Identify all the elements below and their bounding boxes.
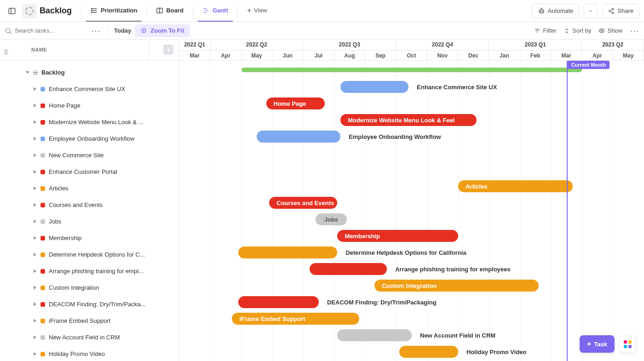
tree-item-row[interactable]: DEACOM Finding: Dry/Trim/Packa... — [0, 296, 179, 313]
task-label: Enhance Commerce Site UX — [49, 86, 125, 92]
search-input[interactable] — [15, 27, 79, 34]
filter-button[interactable]: Filter — [534, 27, 556, 34]
svg-point-18 — [612, 8, 614, 10]
caret-right-icon — [34, 170, 36, 174]
collapse-sidebar-button[interactable] — [5, 4, 19, 18]
month-cell: Aug — [334, 51, 365, 61]
tree-item-row[interactable]: Determine Helpdesk Options for C... — [0, 246, 179, 263]
apps-fab[interactable] — [619, 336, 636, 352]
svg-point-20 — [612, 12, 614, 14]
svg-line-21 — [611, 9, 613, 10]
tree-item-row[interactable]: Courses and Events — [0, 197, 179, 213]
tree-item-row[interactable]: Home Page — [0, 97, 179, 114]
caret-right-icon — [34, 253, 36, 257]
tree-item-row[interactable]: Custom Integration — [0, 280, 179, 296]
gantt-bar[interactable]: Modernize Website Menu Look & Feel — [340, 114, 477, 126]
task-label: iFrame Embed Support — [49, 317, 110, 324]
collapse-tree-button[interactable] — [3, 48, 11, 57]
tree-item-row[interactable]: Arrange phishing training for empl... — [0, 263, 179, 280]
task-label: Modernize Website Menu Look & ... — [49, 119, 144, 126]
gantt-bar-label: Enhance Commerce Site UX — [417, 81, 497, 93]
page-title: Backlog — [40, 6, 72, 16]
task-label: Arrange phishing training for empl... — [49, 268, 144, 275]
month-cell: Mar — [551, 51, 582, 61]
fab-area: + Task — [580, 335, 636, 353]
tree-item-row[interactable]: Modernize Website Menu Look & ... — [0, 114, 179, 131]
gantt-bar[interactable] — [337, 329, 412, 341]
tab-prioritization[interactable]: Prioritization — [86, 0, 142, 22]
svg-line-22 — [611, 11, 613, 12]
caret-right-icon — [34, 87, 36, 91]
status-color-swatch — [40, 302, 45, 307]
gantt-bar[interactable]: Custom Integration — [374, 280, 539, 292]
month-cell: Jul — [303, 51, 334, 61]
tree-item-row[interactable]: Membership — [0, 230, 179, 246]
month-cell: Mar — [179, 51, 210, 61]
tree-group-row[interactable]: Backlog — [0, 64, 179, 81]
status-color-swatch — [40, 103, 45, 108]
gantt-bar[interactable] — [238, 296, 319, 308]
add-view-button[interactable]: + View — [242, 0, 271, 22]
month-cell: Jan — [489, 51, 520, 61]
tree-item-row[interactable]: iFrame Embed Support — [0, 313, 179, 329]
automate-dropdown[interactable] — [584, 4, 598, 18]
svg-point-19 — [609, 10, 611, 12]
new-task-fab[interactable]: + Task — [580, 335, 615, 353]
add-column-button[interactable]: + — [163, 45, 173, 55]
group-summary-bar[interactable] — [242, 68, 582, 72]
svg-point-14 — [540, 11, 540, 11]
tree-item-row[interactable]: Enhance Customer Portal — [0, 164, 179, 180]
tree-item-row[interactable]: Employee Onboarding Workflow — [0, 131, 179, 147]
share-button[interactable]: Share — [602, 4, 639, 18]
tree-item-row[interactable]: Articles — [0, 180, 179, 197]
tab-gantt[interactable]: Gantt — [198, 0, 233, 22]
automate-button[interactable]: Automate — [532, 4, 580, 18]
main: NAME + Backlog Enhance Commerce Site UXH… — [0, 40, 644, 361]
show-button[interactable]: Show — [598, 27, 622, 34]
quarter-cell: 2023 Q2 — [582, 40, 644, 50]
task-label: New Commerce Site — [49, 152, 104, 159]
status-color-swatch — [40, 153, 45, 158]
tree-item-row[interactable]: Enhance Commerce Site UX — [0, 81, 179, 97]
gantt-bar[interactable]: Articles — [458, 180, 573, 192]
gantt-bar[interactable] — [399, 346, 458, 358]
plus-icon: + — [587, 340, 591, 348]
caret-right-icon — [34, 352, 36, 356]
caret-right-icon — [34, 319, 36, 323]
sort-button[interactable]: Sort by — [564, 27, 591, 34]
plus-icon: + — [247, 6, 251, 15]
robot-icon — [538, 7, 545, 15]
month-cell: Oct — [396, 51, 427, 61]
search-more-button[interactable]: ⋯ — [91, 25, 101, 36]
gantt-bar[interactable]: Courses and Events — [269, 197, 337, 209]
status-color-swatch — [40, 203, 45, 207]
gantt-bar[interactable] — [238, 246, 337, 258]
tree-item-row[interactable]: Holiday Promo Video — [0, 346, 179, 361]
caret-right-icon — [34, 203, 36, 207]
name-column-label: NAME — [31, 47, 47, 52]
gantt-bar[interactable] — [257, 131, 340, 143]
zoom-to-fit-button[interactable]: Zoom To Fit — [135, 24, 190, 37]
gantt-bar[interactable]: iFrame Embed Support — [232, 313, 359, 325]
tree-item-row[interactable]: New Account Field in CRM — [0, 329, 179, 346]
today-button[interactable]: Today — [114, 27, 131, 34]
month-cell: Apr — [210, 51, 241, 61]
toolbar-more-button[interactable]: ⋯ — [630, 25, 639, 36]
gantt-bar[interactable]: Jobs — [316, 213, 346, 225]
gantt-bar[interactable]: Home Page — [266, 97, 325, 109]
sidebar-header: NAME + — [0, 40, 179, 61]
list-status-icon — [22, 4, 37, 18]
gantt-bar[interactable] — [310, 263, 387, 275]
tree-item-row[interactable]: New Commerce Site — [0, 147, 179, 164]
toolbar-left: ⋯ Today Zoom To Fit — [5, 24, 530, 37]
gantt-bar[interactable]: Membership — [337, 230, 458, 242]
task-label: Home Page — [49, 102, 80, 109]
task-label: New Account Field in CRM — [49, 334, 120, 341]
search-input-wrap — [5, 27, 87, 34]
tree-item-row[interactable]: Jobs — [0, 213, 179, 230]
tab-board[interactable]: Board — [151, 0, 188, 22]
gantt-bar[interactable] — [340, 81, 408, 93]
toolbar: ⋯ Today Zoom To Fit Filter Sort by Show … — [0, 22, 644, 40]
gantt-body[interactable]: Current MonthEnhance Commerce Site UXHom… — [179, 61, 644, 361]
zoom-icon — [140, 27, 148, 34]
